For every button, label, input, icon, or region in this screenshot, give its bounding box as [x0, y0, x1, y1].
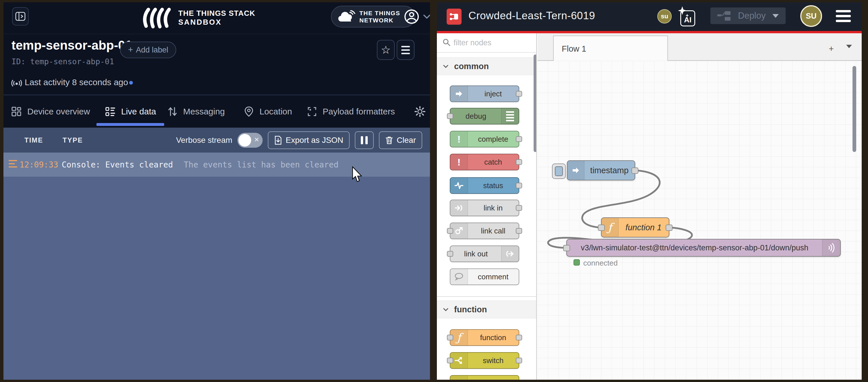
plus-icon [128, 45, 133, 55]
input-port[interactable] [447, 335, 453, 340]
status-pulse-icon [451, 178, 468, 193]
payload-formatters-icon [307, 106, 317, 117]
palette-node-complete[interactable]: complete [450, 131, 519, 147]
last-activity-text: Last activity 8 seconds ago [25, 77, 128, 87]
deploy-button[interactable]: Deploy [710, 7, 786, 24]
palette-node-change[interactable]: change [450, 375, 519, 380]
tab-label: Location [259, 107, 292, 116]
palette-node-inject[interactable]: inject [450, 85, 519, 102]
network-selector[interactable]: THE THINGS NETWORK [331, 6, 415, 28]
output-port[interactable] [516, 228, 522, 234]
section-label: function [454, 305, 487, 314]
palette-scrollbar[interactable] [534, 55, 537, 152]
inject-trigger-button[interactable] [552, 164, 566, 179]
complete-icon [451, 131, 468, 147]
clear-events-button[interactable]: Clear [379, 131, 422, 149]
ai-assistant-button[interactable]: AI [678, 6, 697, 27]
ttn-stack-logo: THE THINGS STACK SANDBOX [142, 6, 255, 29]
toggle-knob [239, 134, 251, 146]
output-port[interactable] [665, 224, 673, 231]
debug-icon [501, 108, 519, 124]
deploy-nodes-icon [717, 11, 732, 21]
palette-section-common[interactable]: common [437, 57, 536, 75]
output-port[interactable] [516, 159, 522, 165]
link-in-icon [451, 200, 468, 216]
live-data-empty-area [3, 177, 430, 380]
device-tabs: Device overview Live data Messaging Loca… [3, 95, 430, 128]
output-port[interactable] [516, 335, 522, 340]
output-port[interactable] [516, 205, 522, 211]
flow-node-mqtt-out[interactable]: v3/lwn-simulator-test@ttn/devices/temp-s… [566, 239, 841, 257]
user-avatar[interactable]: SU [800, 5, 822, 27]
activity-broadcast-icon [11, 77, 22, 88]
tab-device-overview[interactable]: Device overview [11, 95, 90, 128]
ttn-header: THE THINGS STACK SANDBOX THE THINGS NETW… [3, 2, 430, 34]
output-port[interactable] [516, 183, 522, 188]
tab-settings-gear[interactable] [414, 95, 426, 128]
event-row[interactable]: 12:09:33 Console: Events cleared The eve… [3, 152, 430, 177]
palette-node-switch[interactable]: switch [450, 352, 519, 369]
add-flow-button[interactable] [823, 38, 839, 56]
sidebar-toggle-button[interactable] [12, 7, 29, 26]
flow-tab[interactable]: Flow 1 [553, 36, 668, 61]
overview-grid-icon [11, 106, 22, 117]
verbose-stream-toggle[interactable] [237, 133, 262, 148]
inject-button-inner [555, 166, 563, 176]
tab-location[interactable]: Location [243, 95, 292, 128]
flow-wires [537, 61, 862, 380]
change-icon [451, 376, 468, 380]
sidebar-toggle-icon [15, 12, 26, 21]
su-badge[interactable]: su [657, 9, 672, 24]
pause-icon [361, 136, 368, 144]
node-red-header: Crowded-Least-Tern-6019 su AI Deploy SU [437, 2, 862, 31]
activity-indicator-dot [129, 81, 133, 84]
palette-section-function[interactable]: function [437, 301, 536, 318]
input-port[interactable] [598, 224, 605, 231]
device-menu-button[interactable] [397, 40, 414, 60]
input-port[interactable] [447, 113, 453, 119]
ai-label: AI [680, 10, 695, 26]
inject-arrow-icon [451, 86, 468, 102]
ttn-console-window: THE THINGS STACK SANDBOX THE THINGS NETW… [3, 2, 430, 380]
main-menu-button[interactable] [836, 10, 851, 22]
ttn-logo-text: THE THINGS STACK SANDBOX [178, 9, 255, 27]
export-json-button[interactable]: Export as JSON [268, 131, 350, 149]
add-label-button[interactable]: Add label [120, 42, 176, 58]
deploy-options-caret-icon[interactable] [772, 14, 779, 18]
tab-label: Payload formatters [322, 107, 395, 116]
pause-stream-button[interactable] [355, 131, 374, 149]
tab-payload-formatters[interactable]: Payload formatters [307, 95, 395, 128]
output-port[interactable] [516, 358, 522, 363]
node-palette: common inject debug complete [437, 33, 537, 380]
flow-canvas: Flow 1 timestamp [537, 33, 862, 380]
event-description: The events list has been cleared [184, 160, 338, 170]
palette-node-link-call[interactable]: link call [450, 222, 519, 239]
gear-icon [414, 106, 426, 117]
palette-node-debug[interactable]: debug [450, 108, 519, 125]
flow-canvas-area[interactable]: timestamp function 1 v3/lwn-simulator-te… [537, 61, 862, 380]
palette-node-link-out[interactable]: link out [450, 245, 519, 262]
canvas-scrollbar[interactable] [852, 66, 856, 152]
palette-node-function[interactable]: function [450, 329, 519, 346]
output-port[interactable] [516, 136, 522, 142]
palette-node-catch[interactable]: catch [450, 154, 519, 170]
input-port[interactable] [447, 228, 453, 234]
filter-nodes-input[interactable] [453, 36, 532, 50]
palette-node-comment[interactable]: comment [450, 269, 519, 285]
node-red-body: common inject debug complete [437, 33, 862, 380]
flow-node-function-1[interactable]: function 1 [601, 217, 670, 238]
bookmark-button[interactable] [377, 40, 395, 60]
output-port[interactable] [516, 91, 522, 97]
flow-node-timestamp[interactable]: timestamp [567, 160, 635, 180]
plus-icon [829, 39, 834, 55]
active-tab-underline [96, 123, 164, 126]
input-port[interactable] [447, 251, 453, 257]
input-port[interactable] [447, 358, 453, 363]
palette-node-status[interactable]: status [450, 177, 519, 194]
flow-list-caret-icon[interactable] [846, 45, 852, 48]
palette-node-link-in[interactable]: link in [450, 200, 519, 216]
output-port[interactable] [631, 168, 639, 174]
tab-messaging[interactable]: Messaging [167, 95, 225, 128]
input-port[interactable] [563, 245, 570, 251]
account-icon [404, 9, 420, 24]
